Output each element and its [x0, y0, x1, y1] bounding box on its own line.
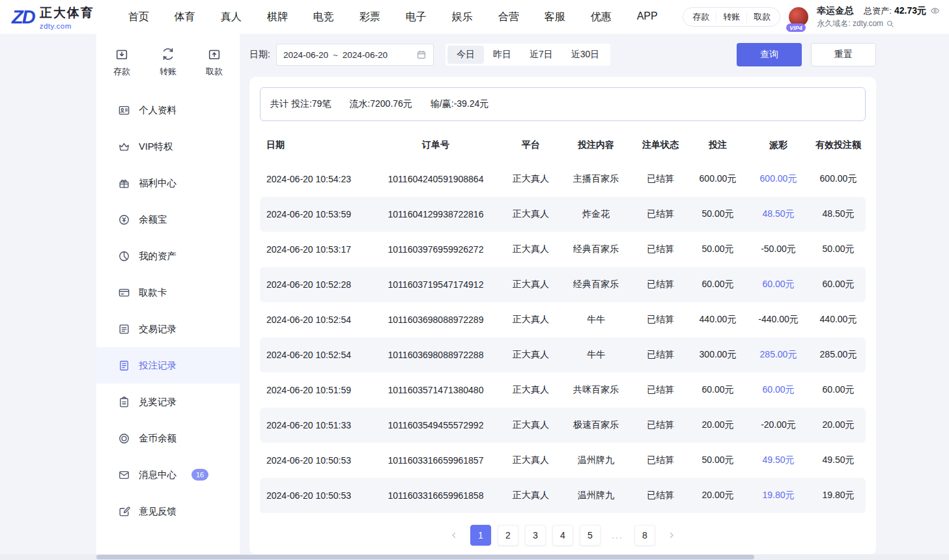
page-button[interactable]: 8	[634, 525, 655, 546]
reset-button[interactable]: 重置	[811, 43, 876, 66]
page-button[interactable]: 5	[580, 525, 601, 546]
sidebar-item-assets[interactable]: 我的资产	[96, 238, 240, 274]
horizontal-scrollbar[interactable]	[0, 554, 949, 560]
nav-item[interactable]: 棋牌	[267, 10, 288, 24]
shortcut-label: 取款	[206, 66, 223, 77]
date-range-input[interactable]: 2024-06-20 ~ 2024-06-20	[276, 44, 434, 66]
sidebar-item-card[interactable]: 取款卡	[96, 274, 240, 311]
nav-item[interactable]: 真人	[221, 10, 242, 24]
nav-item[interactable]: 彩票	[360, 10, 380, 24]
next-page-button[interactable]	[662, 525, 681, 546]
nav-item[interactable]: 优惠	[591, 10, 612, 24]
welfare-icon	[118, 177, 130, 189]
logo[interactable]: ZD 正大体育 zdty.com	[12, 5, 94, 30]
page-button[interactable]: 2	[498, 525, 518, 546]
bets-icon	[118, 359, 130, 372]
sidebar-item-welfare[interactable]: 福利中心	[96, 165, 240, 201]
column-header: 投注内容	[561, 139, 631, 151]
permanent-domain-label: 永久域名: zdty.com	[817, 18, 883, 29]
nav-item[interactable]: 娱乐	[452, 10, 473, 24]
cell-content: 主播百家乐	[561, 173, 631, 185]
nav-item[interactable]: 电子	[406, 10, 427, 24]
nav-item[interactable]: 电竞	[313, 10, 334, 24]
cell-bet: 300.00元	[690, 349, 746, 361]
wallet-action[interactable]: 存款	[686, 11, 716, 23]
sidebar-item-label: 交易记录	[139, 323, 177, 335]
page-button[interactable]: 1	[470, 525, 491, 546]
assets-value: 42.73元	[894, 5, 926, 17]
column-header: 有效投注额	[811, 139, 866, 151]
cell-order: 1011603698088972289	[371, 315, 501, 325]
assets-icon	[118, 250, 130, 262]
sidebar-item-yuebao[interactable]: 余额宝	[96, 201, 240, 238]
cell-bet: 60.00元	[690, 279, 746, 290]
sidebar-item-bets[interactable]: 投注记录	[96, 347, 240, 384]
sidebar-item-label: 投注记录	[139, 359, 177, 372]
page-button[interactable]: 3	[525, 525, 546, 546]
cell-platform: 正大真人	[501, 419, 561, 431]
sidebar-item-label: VIP特权	[139, 141, 173, 153]
redeem-icon	[118, 396, 130, 408]
query-button[interactable]: 查询	[737, 43, 802, 66]
date-from: 2024-06-20	[283, 50, 328, 60]
wallet-action[interactable]: 取款	[746, 11, 777, 23]
calendar-icon[interactable]	[416, 49, 427, 60]
nav-item[interactable]: 客服	[545, 10, 565, 24]
table-row: 2024-06-20 10:52:541011603698088972289正大…	[260, 302, 866, 337]
feedback-icon	[118, 505, 130, 518]
sidebar-item-label: 金币余额	[139, 432, 177, 445]
cell-order: 1011603698088972288	[371, 350, 501, 360]
cell-payout: 19.80元	[746, 490, 811, 501]
cell-order: 1011603316659961857	[371, 455, 501, 466]
cell-bet: 20.00元	[690, 419, 746, 431]
range-button[interactable]: 近7日	[520, 46, 562, 64]
sidebar-item-label: 取款卡	[139, 287, 167, 299]
cell-status: 已结算	[631, 244, 690, 255]
scrollbar-thumb[interactable]	[96, 555, 754, 559]
range-button[interactable]: 昨日	[484, 46, 520, 64]
nav-item[interactable]: 首页	[128, 10, 149, 24]
cell-payout: -20.00元	[746, 419, 811, 431]
nav-item[interactable]: APP	[637, 10, 658, 24]
sidebar-item-label: 个人资料	[139, 104, 177, 117]
sidebar-item-coins[interactable]: 金币余额	[96, 420, 240, 456]
column-header: 日期	[260, 139, 371, 151]
avatar[interactable]: VIP4	[789, 7, 808, 27]
sidebar-item-redeem[interactable]: 兑奖记录	[96, 384, 240, 420]
search-icon[interactable]	[886, 20, 894, 28]
cell-date: 2024-06-20 10:50:53	[260, 490, 371, 501]
table-body: 2024-06-20 10:54:231011604240591908864正大…	[260, 161, 866, 513]
range-button[interactable]: 近30日	[562, 46, 609, 64]
cell-content: 经典百家乐	[561, 244, 631, 255]
wallet-action[interactable]: 转账	[716, 11, 746, 23]
shortcut-withdraw[interactable]: 取款	[206, 47, 223, 77]
page-button[interactable]: 4	[552, 525, 573, 546]
summary-turnover: 流水:7200.76元	[349, 98, 412, 110]
table-row: 2024-06-20 10:50:531011603316659961857正大…	[260, 443, 866, 478]
prev-page-button[interactable]	[444, 525, 464, 546]
cell-date: 2024-06-20 10:51:33	[260, 420, 371, 430]
table-row: 2024-06-20 10:50:531011603316659961858正大…	[260, 478, 866, 513]
nav-item[interactable]: 体育	[175, 10, 195, 24]
vip-badge: VIP4	[786, 23, 806, 32]
sidebar-item-feedback[interactable]: 意见反馈	[96, 493, 240, 529]
pagination: 12345...8	[260, 525, 866, 546]
sidebar-item-vip[interactable]: VIP特权	[96, 128, 240, 165]
sidebar-item-messages[interactable]: 消息中心16	[96, 456, 240, 493]
nav-item[interactable]: 合营	[498, 10, 519, 24]
table-header-row: 日期订单号平台投注内容注单状态投注派彩有效投注额	[260, 129, 866, 161]
assets-label: 总资产:	[864, 5, 892, 17]
cell-order: 1011603976959926272	[371, 244, 501, 255]
sidebar-item-profile[interactable]: 个人资料	[96, 92, 240, 128]
cell-payout: 49.50元	[746, 455, 811, 466]
shortcut-transfer[interactable]: 转账	[160, 47, 177, 77]
summary-winloss: 输/赢:-39.24元	[431, 98, 489, 110]
transactions-icon	[118, 323, 130, 335]
shortcut-deposit[interactable]: 存款	[113, 47, 130, 77]
sidebar-item-transactions[interactable]: 交易记录	[96, 311, 240, 347]
range-button[interactable]: 今日	[447, 46, 484, 64]
table-row: 2024-06-20 10:51:591011603571471380480正大…	[260, 372, 866, 408]
cell-date: 2024-06-20 10:54:23	[260, 174, 371, 184]
deposit-icon	[115, 47, 129, 61]
eye-icon[interactable]	[930, 6, 940, 16]
